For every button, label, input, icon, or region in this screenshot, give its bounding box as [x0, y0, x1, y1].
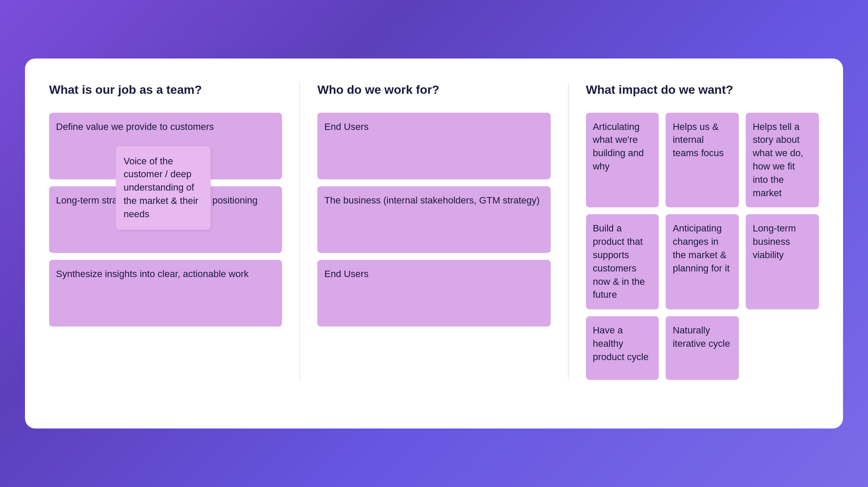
card-end-users-2: End Users: [317, 260, 550, 327]
card-helps-tell-story: Helps tell a story about what we do, how…: [746, 113, 819, 208]
col2-grid: End Users The business (internal stakeho…: [317, 113, 550, 327]
card-synthesize-insights: Synthesize insights into clear, actionab…: [49, 260, 282, 327]
main-card: What is our job as a team? Define value …: [25, 59, 843, 428]
card-end-users-1: End Users: [317, 113, 550, 179]
column-who: Who do we work for? End Users The busine…: [304, 83, 564, 380]
divider-1: [299, 83, 300, 380]
columns-wrapper: What is our job as a team? Define value …: [49, 83, 819, 380]
col3-grid: Articulating what we're building and why…: [586, 113, 819, 380]
card-anticipating-changes: Anticipating changes in the market & pla…: [666, 214, 739, 309]
card-longterm-viability: Long-term business viability: [746, 214, 819, 309]
card-iterative-cycle: Naturally iterative cycle: [666, 316, 739, 380]
grid-spacer: [746, 316, 819, 380]
col1-title: What is our job as a team?: [49, 83, 282, 97]
col2-title: Who do we work for?: [317, 83, 550, 97]
sticky-note-voice-of-customer: Voice of the customer / deep understandi…: [116, 146, 211, 230]
col3-title: What impact do we want?: [586, 83, 819, 97]
card-build-product: Build a product that supports customers …: [586, 214, 659, 309]
card-articulating: Articulating what we're building and why: [586, 113, 659, 208]
column-impact: What impact do we want? Articulating wha…: [572, 83, 819, 380]
col1-cards-area: Define value we provide to customers Lon…: [49, 113, 282, 327]
divider-2: [568, 83, 569, 380]
card-healthy-product-cycle: Have a healthy product cycle: [586, 316, 659, 380]
column-job: What is our job as a team? Define value …: [49, 83, 296, 380]
card-the-business: The business (internal stakeholders, GTM…: [317, 186, 550, 253]
card-helps-internal: Helps us & internal teams focus: [666, 113, 739, 208]
